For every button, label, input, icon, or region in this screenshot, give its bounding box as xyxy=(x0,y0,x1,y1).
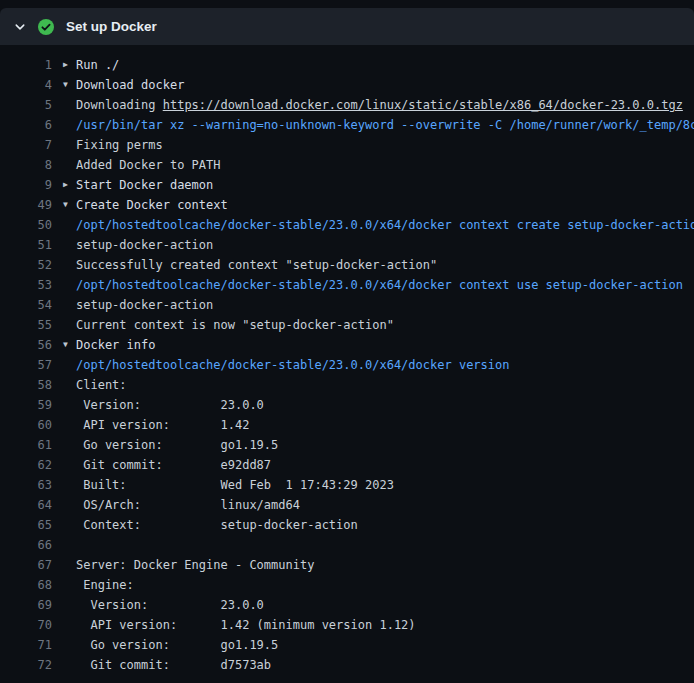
log-line[interactable]: 56▼Docker info xyxy=(0,335,694,355)
log-command: /opt/hostedtoolcache/docker-stable/23.0.… xyxy=(76,275,683,295)
gutter-spacer xyxy=(63,115,76,135)
gutter-spacer xyxy=(63,515,76,535)
log-line[interactable]: 4▼Download docker xyxy=(0,75,694,95)
line-number[interactable]: 6 xyxy=(0,115,52,135)
log-text: Context: setup-docker-action xyxy=(76,515,358,535)
log-line: 64 OS/Arch: linux/amd64 xyxy=(0,495,694,515)
expand-triangle-icon[interactable]: ▶ xyxy=(63,55,76,75)
log-line: 57/opt/hostedtoolcache/docker-stable/23.… xyxy=(0,355,694,375)
line-number[interactable]: 53 xyxy=(0,275,52,295)
log-line: 60 API version: 1.42 xyxy=(0,415,694,435)
line-number[interactable]: 64 xyxy=(0,495,52,515)
step-header[interactable]: Set up Docker xyxy=(0,8,694,45)
gutter-spacer xyxy=(63,575,76,595)
log-line: 7Fixing perms xyxy=(0,135,694,155)
log-line[interactable]: 49▼Create Docker context xyxy=(0,195,694,215)
line-number[interactable]: 61 xyxy=(0,435,52,455)
gutter-spacer xyxy=(63,475,76,495)
gutter-spacer xyxy=(63,615,76,635)
line-number[interactable]: 63 xyxy=(0,475,52,495)
log-line: 72 Git commit: d7573ab xyxy=(0,655,694,675)
log-line: 55Current context is now "setup-docker-a… xyxy=(0,315,694,335)
gutter-spacer xyxy=(63,235,76,255)
log-text: Version: 23.0.0 xyxy=(76,595,264,615)
collapse-triangle-icon[interactable]: ▼ xyxy=(63,75,76,95)
gutter-spacer xyxy=(63,275,76,295)
line-number[interactable]: 70 xyxy=(0,615,52,635)
log-text: Successfully created context "setup-dock… xyxy=(76,255,437,275)
log-text: Version: 23.0.0 xyxy=(76,395,264,415)
gutter-spacer xyxy=(63,215,76,235)
gutter-spacer xyxy=(63,95,76,115)
gutter-spacer xyxy=(63,135,76,155)
line-number[interactable]: 8 xyxy=(0,155,52,175)
gutter-spacer xyxy=(63,655,76,675)
log-line: 50/opt/hostedtoolcache/docker-stable/23.… xyxy=(0,215,694,235)
log-line: 70 API version: 1.42 (minimum version 1.… xyxy=(0,615,694,635)
log-line: 58Client: xyxy=(0,375,694,395)
line-number[interactable]: 57 xyxy=(0,355,52,375)
line-number[interactable]: 54 xyxy=(0,295,52,315)
log-link-prefix: Downloading xyxy=(76,98,163,112)
log-text: Go version: go1.19.5 xyxy=(76,435,278,455)
log-group-title[interactable]: Docker info xyxy=(76,335,155,355)
line-number[interactable]: 62 xyxy=(0,455,52,475)
gutter-spacer xyxy=(63,435,76,455)
line-number[interactable]: 51 xyxy=(0,235,52,255)
line-number[interactable]: 60 xyxy=(0,415,52,435)
line-number[interactable]: 1 xyxy=(0,55,52,75)
log-text: setup-docker-action xyxy=(76,235,213,255)
line-number[interactable]: 9 xyxy=(0,175,52,195)
gutter-spacer xyxy=(63,415,76,435)
log-link[interactable]: https://download.docker.com/linux/static… xyxy=(163,98,683,112)
line-number[interactable]: 4 xyxy=(0,75,52,95)
log-line[interactable]: 9▶Start Docker daemon xyxy=(0,175,694,195)
log-text: setup-docker-action xyxy=(76,295,213,315)
line-number[interactable]: 66 xyxy=(0,535,52,555)
log-line: 53/opt/hostedtoolcache/docker-stable/23.… xyxy=(0,275,694,295)
chevron-down-icon[interactable] xyxy=(14,21,26,33)
line-number[interactable]: 49 xyxy=(0,195,52,215)
line-number[interactable]: 5 xyxy=(0,95,52,115)
log-text: Client: xyxy=(76,375,127,395)
log-line: 52Successfully created context "setup-do… xyxy=(0,255,694,275)
line-number[interactable]: 67 xyxy=(0,555,52,575)
log-line: 54setup-docker-action xyxy=(0,295,694,315)
log-line[interactable]: 1▶Run ./ xyxy=(0,55,694,75)
log-line: 6/usr/bin/tar xz --warning=no-unknown-ke… xyxy=(0,115,694,135)
gutter-spacer xyxy=(63,375,76,395)
log-group-title[interactable]: Download docker xyxy=(76,75,184,95)
log-text: Downloading https://download.docker.com/… xyxy=(76,95,683,115)
line-number[interactable]: 7 xyxy=(0,135,52,155)
collapse-triangle-icon[interactable]: ▼ xyxy=(63,195,76,215)
log-line: 68 Engine: xyxy=(0,575,694,595)
line-number[interactable]: 71 xyxy=(0,635,52,655)
line-number[interactable]: 52 xyxy=(0,255,52,275)
log-group-title[interactable]: Start Docker daemon xyxy=(76,175,213,195)
log-group-title[interactable]: Run ./ xyxy=(76,55,119,75)
gutter-spacer xyxy=(63,255,76,275)
log-group-title[interactable]: Create Docker context xyxy=(76,195,228,215)
line-number[interactable]: 72 xyxy=(0,655,52,675)
line-number[interactable]: 55 xyxy=(0,315,52,335)
expand-triangle-icon[interactable]: ▶ xyxy=(63,175,76,195)
line-number[interactable]: 65 xyxy=(0,515,52,535)
gutter-spacer xyxy=(63,355,76,375)
line-number[interactable]: 69 xyxy=(0,595,52,615)
log-text: Built: Wed Feb 1 17:43:29 2023 xyxy=(76,475,394,495)
log-text: Server: Docker Engine - Community xyxy=(76,555,314,575)
line-number[interactable]: 59 xyxy=(0,395,52,415)
log-text: OS/Arch: linux/amd64 xyxy=(76,495,300,515)
success-check-icon xyxy=(38,19,54,35)
collapse-triangle-icon[interactable]: ▼ xyxy=(63,335,76,355)
log-text: Git commit: e92dd87 xyxy=(76,455,271,475)
log-command: /opt/hostedtoolcache/docker-stable/23.0.… xyxy=(76,355,509,375)
log-lines: 1▶Run ./4▼Download docker5Downloading ht… xyxy=(0,45,694,683)
line-number[interactable]: 68 xyxy=(0,575,52,595)
line-number[interactable]: 50 xyxy=(0,215,52,235)
line-number[interactable]: 56 xyxy=(0,335,52,355)
log-line: 71 Go version: go1.19.5 xyxy=(0,635,694,655)
line-number[interactable]: 58 xyxy=(0,375,52,395)
log-line: 8Added Docker to PATH xyxy=(0,155,694,175)
gutter-spacer xyxy=(63,395,76,415)
